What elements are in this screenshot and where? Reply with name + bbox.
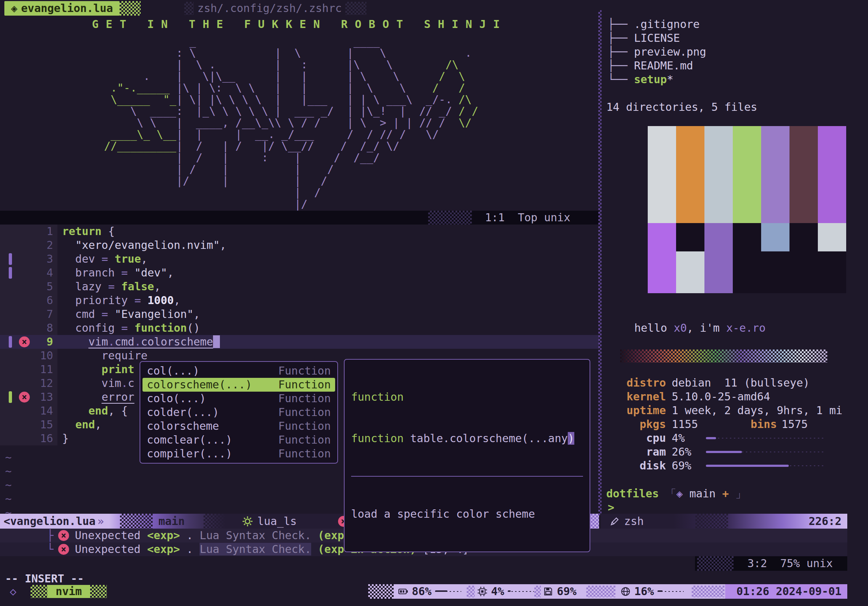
preview-image — [648, 126, 846, 293]
tree-connector: ├ — [47, 529, 53, 543]
code-text: branch = "dev", — [62, 266, 174, 279]
code-line[interactable]: 8 config = function() — [0, 321, 599, 335]
completion-item[interactable]: colorschemeFunction — [140, 419, 337, 433]
fetch-row: kernel5.10.0-25-amd64 — [601, 390, 856, 403]
completion-label: colo(...) — [147, 392, 206, 405]
code-text: cmd = "Evangelion", — [62, 308, 200, 320]
diagnostic-segment: Unexpected — [75, 543, 147, 555]
network-percent: 16% — [634, 584, 654, 599]
tab-dither — [345, 2, 366, 15]
completion-item[interactable]: compiler(...)Function — [140, 447, 337, 461]
tree-connector: ├── — [608, 59, 634, 72]
statusline-dither — [120, 514, 153, 529]
line-number: 11 — [0, 363, 53, 376]
cpu-status: 4% — [477, 584, 534, 599]
tree-filename: README.md — [634, 59, 693, 72]
tmux-dither — [534, 586, 541, 597]
ascii-art-segment: | / | | / — [84, 163, 334, 175]
ascii-art-segment: . | \|\__ | | | \ \ — [84, 70, 439, 82]
code-token: . — [108, 335, 115, 348]
code-token: true — [115, 252, 141, 265]
tmux-status-right: 86% 4% 69% 16% 01:26 2024-09-0 — [368, 584, 847, 599]
tree-item: ├── README.md — [608, 59, 706, 73]
fetch-row: disk69% — [601, 459, 856, 473]
statusline-right: zsh 226:2 — [601, 514, 847, 529]
fetch-label: kernel — [601, 390, 666, 403]
ascii-art-line: \_____ "_| \| |\ \ \ \ | |___ | | \ ___\… — [84, 94, 478, 105]
completion-item[interactable]: colo(...)Function — [140, 392, 337, 405]
tree-connector: ├── — [608, 18, 634, 31]
code-token: colorscheme — [141, 335, 213, 348]
palette-swatch — [676, 126, 704, 223]
terminal-cursor-position: 226:2 — [809, 514, 842, 529]
completion-item[interactable]: comclear(...)Function — [140, 433, 337, 447]
gradient-dither — [620, 349, 827, 363]
completion-kind: Function — [278, 447, 331, 461]
code-token: = — [128, 294, 147, 307]
code-text: } — [62, 432, 69, 445]
pencil-icon — [609, 516, 620, 526]
tab-evangelion-lua[interactable]: ◈ evangelion.lua — [5, 1, 119, 15]
ascii-art-segment: / / — [432, 81, 465, 94]
diagnostic-segment: Lua Syntax Check. — [200, 529, 311, 542]
completion-item[interactable]: colorscheme(...)Function — [143, 378, 335, 392]
line-number: 1 — [0, 224, 53, 238]
code-line[interactable]: 3 dev = true, — [0, 252, 599, 266]
ascii-art-line: . | \|\__ | | | \ \ / \ — [84, 71, 478, 82]
prompt-context-line: dotfiles 「◈ main + 」 — [606, 487, 746, 501]
code-token — [62, 239, 75, 251]
code-line[interactable]: 4 branch = "dev", — [0, 266, 599, 280]
tmux-dither — [586, 586, 615, 597]
tree-connector: ├── — [608, 32, 634, 44]
line-number: 2 — [0, 238, 53, 252]
ascii-art-segment: / \ — [439, 70, 465, 82]
greeting-line: hello x0, i'm x-e.ro — [634, 321, 766, 335]
completion-item[interactable]: colder(...)Function — [140, 405, 337, 419]
ascii-art-segment: /\ — [445, 58, 458, 71]
ascii-art-segment: | | | __. _/___ / / // / \/ — [176, 128, 439, 141]
pane-separator[interactable] — [598, 10, 601, 515]
line-number: 15 — [0, 418, 53, 431]
disk-icon — [543, 586, 553, 597]
line-number: 13 — [0, 390, 53, 404]
code-token: = — [95, 308, 115, 320]
tree-summary: 14 directories, 5 files — [606, 100, 757, 114]
code-token: , — [154, 280, 161, 293]
code-line[interactable]: 5 lazy = false, — [0, 280, 599, 294]
code-token: cmd — [115, 335, 135, 348]
line-number: 12 — [0, 376, 53, 390]
tab-zshrc[interactable]: zsh/.config/zsh/.zshrc — [194, 2, 345, 15]
fetch-row: cpu4% — [601, 431, 856, 445]
code-token: priority — [62, 294, 128, 307]
palette-swatch — [789, 126, 818, 223]
text-segment: main — [690, 487, 722, 500]
completion-kind: Function — [278, 392, 331, 405]
diagnostic-segment: . — [180, 529, 200, 542]
code-text: vim.c — [62, 377, 135, 390]
tree-output: ├── .gitignore├── LICENSE├── preview.png… — [608, 17, 706, 87]
ascii-art-line: ____\_ \__| | | __. _/___ / / // / \/ — [84, 128, 478, 140]
code-token: vim — [88, 335, 108, 348]
code-line[interactable]: ×9 vim.cmd.colorscheme — [0, 335, 599, 349]
code-token: , — [95, 418, 101, 431]
diagnostic-segment: <exp> — [147, 543, 180, 555]
ascii-art-segment: \/ — [459, 116, 472, 129]
code-text: config = function() — [62, 322, 200, 334]
code-line[interactable]: 1return { — [0, 224, 599, 238]
tree-filename: setup — [634, 73, 666, 86]
code-token: error — [101, 391, 134, 403]
code-line[interactable]: 7 cmd = "Evangelion", — [0, 308, 599, 321]
tmux-window-nvim[interactable]: nvim — [47, 585, 90, 598]
shell-prompt[interactable]: > — [608, 501, 614, 515]
ascii-art-line: ."-._____ |\ | \: \ \ | | | \ \ / / — [84, 82, 478, 94]
fetch-value: 1575 — [781, 417, 808, 431]
code-line[interactable]: 6 priority = 1000, — [0, 294, 599, 308]
usage-meter-fill — [706, 451, 742, 453]
git-branch-label: main — [158, 514, 184, 529]
completion-item[interactable]: col(...)Function — [140, 364, 337, 378]
ascii-art-line: |/ | | / — [84, 175, 478, 187]
statusline-dither — [695, 514, 728, 529]
empty-line-tildes: ~ ~ ~ ~ ~ — [5, 450, 12, 519]
code-line[interactable]: 2 "xero/evangelion.nvim", — [0, 238, 599, 252]
fetch-value: 5.10.0-25-amd64 — [672, 390, 770, 403]
